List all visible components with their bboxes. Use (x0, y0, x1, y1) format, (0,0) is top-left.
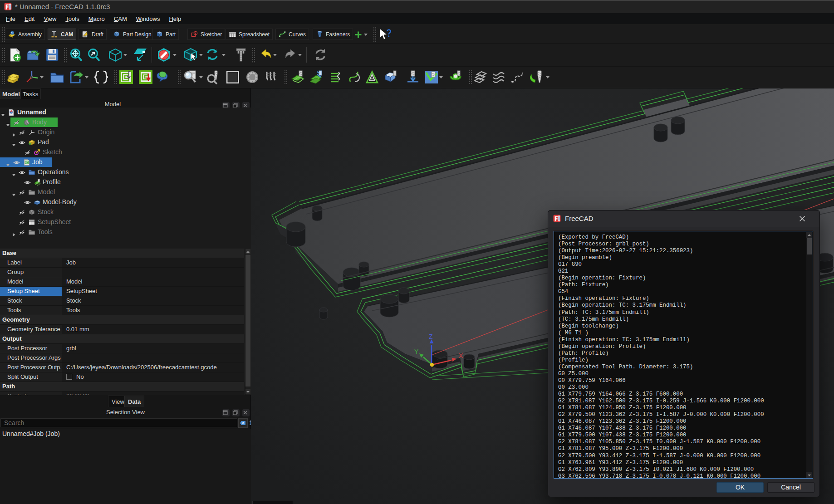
svg-text:X: X (459, 352, 463, 359)
svg-text:Y: Y (414, 348, 419, 355)
svg-text:Z: Z (429, 333, 433, 340)
